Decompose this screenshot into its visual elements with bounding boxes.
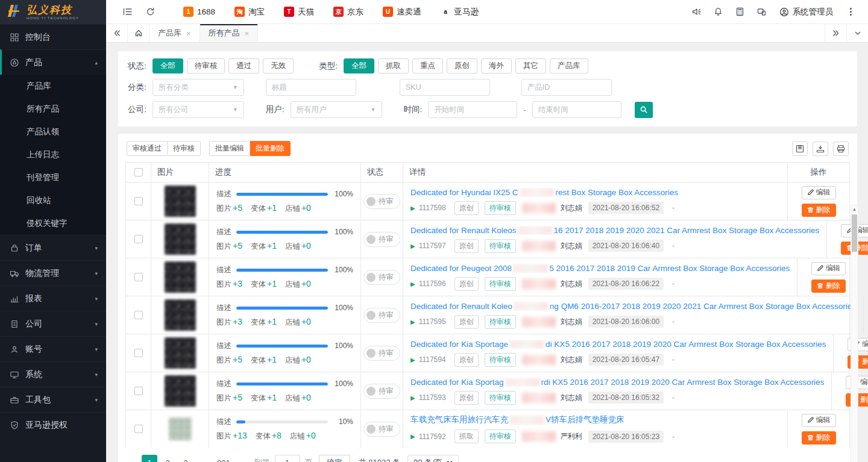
close-icon[interactable]: ×: [186, 29, 191, 38]
status-option[interactable]: 通过: [228, 58, 259, 73]
columns-icon[interactable]: [792, 142, 808, 156]
export-icon[interactable]: [813, 142, 828, 156]
scrollbar-thumb[interactable]: [852, 214, 857, 252]
product-image[interactable]: [165, 186, 196, 217]
sidebar-subitem[interactable]: 侵权关键字: [0, 212, 106, 235]
kebab-menu-icon[interactable]: [840, 3, 861, 21]
play-icon[interactable]: ▶: [410, 319, 415, 325]
sidebar-subitem[interactable]: 上传日志: [0, 143, 106, 166]
product-title-link[interactable]: Dedicated for Kia Sportag rdi KX5 2016 2…: [410, 378, 824, 387]
page-number[interactable]: ...: [196, 455, 212, 462]
category-select[interactable]: 所有分类 ▼: [153, 79, 244, 96]
sidebar-item-console[interactable]: 控制台: [0, 24, 106, 49]
tabs-scroll-right-icon[interactable]: [825, 24, 846, 42]
sidebar-subitem[interactable]: 回收站: [0, 189, 106, 212]
product-title-link[interactable]: Dedicated for Hyundai IX25 C rest Box St…: [410, 188, 678, 197]
row-checkbox[interactable]: [134, 349, 143, 357]
type-option[interactable]: 原创: [447, 58, 477, 73]
product-image[interactable]: [165, 299, 196, 331]
product-title-link[interactable]: 车载充气床车用旅行汽车充 V轿车后排气垫睡觉床: [410, 414, 624, 425]
status-option[interactable]: 无效: [263, 58, 294, 73]
announcement-icon[interactable]: [687, 3, 707, 21]
row-checkbox[interactable]: [134, 387, 143, 395]
row-checkbox[interactable]: [134, 425, 143, 433]
platform-tab[interactable]: 淘 淘宝: [225, 0, 274, 24]
batch-delete-button[interactable]: 批量删除: [250, 141, 291, 156]
type-option[interactable]: 海外: [481, 58, 512, 73]
tab-product-library[interactable]: 产品库 ×: [149, 24, 200, 42]
sidebar-item-toolkit[interactable]: 工具包 ▾: [0, 387, 106, 412]
product-title-link[interactable]: Dedicated for Peugeot 2008 5 2016 2017 2…: [410, 264, 790, 273]
delete-button[interactable]: 删除: [802, 431, 836, 445]
page-size-select[interactable]: 90 条/页: [407, 455, 459, 462]
page-number[interactable]: 3: [178, 455, 193, 462]
page-number[interactable]: 2: [160, 455, 175, 462]
pending-button[interactable]: 待审核: [168, 141, 201, 156]
next-page-icon[interactable]: ›: [236, 458, 248, 462]
platform-tab[interactable]: 1 1688: [174, 0, 225, 24]
play-icon[interactable]: ▶: [410, 395, 415, 401]
tab-all-products[interactable]: 所有产品 ×: [200, 24, 259, 42]
status-option[interactable]: 待审核: [187, 58, 225, 73]
close-icon[interactable]: ×: [245, 29, 250, 38]
scroll-down-icon[interactable]: ▼: [852, 460, 857, 462]
sidebar-item-company[interactable]: 公司 ▾: [0, 311, 106, 336]
sidebar-subitem[interactable]: 刊登管理: [0, 166, 106, 189]
sidebar-item-system[interactable]: 系统 ▾: [0, 361, 106, 387]
product-image[interactable]: [169, 417, 192, 440]
play-icon[interactable]: ▶: [410, 205, 415, 211]
type-option[interactable]: 其它: [515, 58, 546, 73]
collapse-menu-icon[interactable]: [117, 3, 137, 21]
play-icon[interactable]: ▶: [410, 243, 415, 249]
edit-button[interactable]: 编辑: [802, 414, 836, 427]
row-checkbox[interactable]: [134, 273, 143, 281]
company-select[interactable]: 所有公司 ▼: [153, 101, 244, 118]
product-title-link[interactable]: Dedicated for Renault Koleos 16 2017 201…: [410, 226, 819, 235]
user-menu[interactable]: 系统管理员: [773, 7, 840, 17]
product-id-input[interactable]: [521, 79, 612, 96]
select-all-checkbox[interactable]: [134, 168, 143, 176]
edit-button[interactable]: 编辑: [811, 262, 846, 275]
sku-input[interactable]: [400, 79, 490, 96]
title-input[interactable]: [266, 79, 356, 96]
print-icon[interactable]: [833, 142, 849, 156]
sidebar-item-order[interactable]: 订单 ▾: [0, 235, 106, 260]
delete-button[interactable]: 删除: [802, 204, 836, 217]
status-option[interactable]: 全部: [153, 58, 183, 73]
start-time-input[interactable]: [428, 101, 517, 118]
product-title-link[interactable]: Dedicated for Renault Koleo ng QM6 2016-…: [410, 302, 856, 311]
play-icon[interactable]: ▶: [410, 281, 415, 287]
platform-tab[interactable]: 京 京东: [324, 0, 373, 24]
product-title-link[interactable]: Dedicated for Kia Sportage di KX5 2016 2…: [410, 340, 826, 349]
scroll-up-icon[interactable]: ▲: [852, 205, 857, 214]
home-icon[interactable]: [128, 24, 149, 42]
delete-button[interactable]: 删除: [811, 279, 846, 293]
play-icon[interactable]: ▶: [410, 433, 415, 440]
approve-button[interactable]: 审核通过: [127, 141, 168, 156]
type-option[interactable]: 产品库: [550, 58, 588, 73]
tabs-scroll-left-icon[interactable]: [106, 24, 128, 42]
row-checkbox[interactable]: [134, 235, 143, 243]
logo[interactable]: 弘义科技 HONG YI TECHNOLOGY: [0, 0, 106, 24]
row-checkbox[interactable]: [134, 311, 143, 319]
sidebar-subitem[interactable]: 产品库: [0, 75, 106, 98]
row-checkbox[interactable]: [134, 197, 143, 205]
sidebar-item-product[interactable]: 产品 ▴: [0, 49, 106, 75]
play-icon[interactable]: ▶: [410, 357, 415, 363]
sidebar-item-report[interactable]: 报表 ▾: [0, 286, 106, 311]
end-time-input[interactable]: [532, 101, 621, 118]
table-scrollbar[interactable]: ▲ ▼: [851, 205, 858, 462]
product-image[interactable]: [165, 261, 196, 293]
platform-tab[interactable]: a 亚马逊: [431, 0, 489, 24]
sidebar-subitem[interactable]: 产品认领: [0, 120, 106, 143]
product-image[interactable]: [165, 337, 196, 369]
confirm-button[interactable]: 确定: [319, 455, 350, 462]
type-option[interactable]: 全部: [344, 58, 374, 73]
product-image[interactable]: [165, 223, 196, 255]
bell-icon[interactable]: [708, 3, 729, 21]
sidebar-item-logistics[interactable]: 物流管理 ▾: [0, 260, 106, 286]
sidebar-item-account[interactable]: 账号 ▾: [0, 336, 106, 361]
product-image[interactable]: [165, 375, 196, 407]
calculator-icon[interactable]: [730, 3, 750, 21]
edit-button[interactable]: 编辑: [802, 186, 836, 199]
